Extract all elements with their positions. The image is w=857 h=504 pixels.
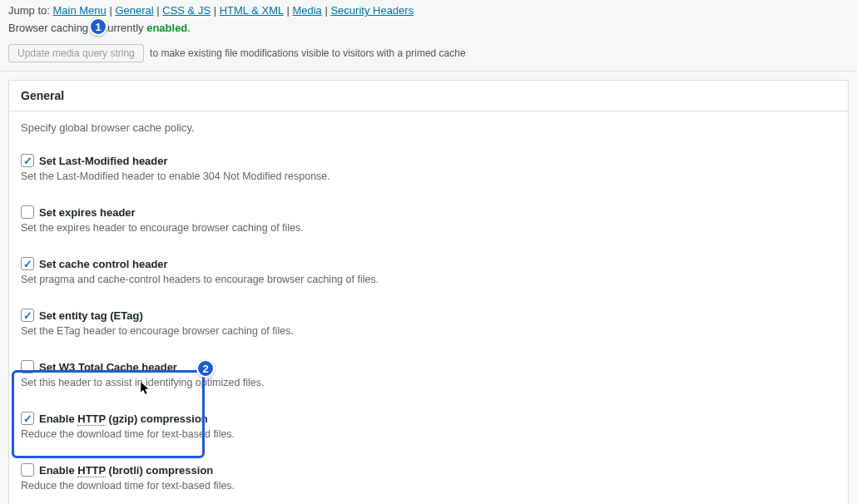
checkbox-etag[interactable] [21,309,34,322]
opt-desc: Set this header to assist in identifying… [21,377,836,388]
nav-general[interactable]: General [115,4,153,17]
opt-desc: Set the Last-Modified header to enable 3… [21,170,836,182]
nav-media[interactable]: Media [292,4,321,17]
update-media-query-button[interactable]: Update media query string [8,44,144,62]
opt-label: Set entity tag (ETag) [39,309,143,322]
opt-expires: Set expires header Set the expires heade… [21,205,836,234]
checkbox-cache-control[interactable] [21,257,34,270]
status-line: Browser caching is currently enabled. [0,18,857,39]
nav-security[interactable]: Security Headers [330,4,414,17]
opt-desc: Set pragma and cache-control headers to … [21,274,836,285]
checkbox-last-modified[interactable] [21,154,34,167]
opt-gzip: Enable HTTP (gzip) compression Reduce th… [21,412,836,440]
nav-css-js[interactable]: CSS & JS [162,4,211,17]
opt-label: Enable HTTP (brotli) compression [39,464,213,477]
opt-cache-control: Set cache control header Set pragma and … [21,257,836,285]
status-badge: enabled [146,22,187,34]
opt-w3tc-header: Set W3 Total Cache header Set this heade… [21,360,836,388]
opt-label: Set cache control header [39,258,168,270]
action-desc: to make existing file modifications visi… [150,47,466,59]
general-section: General Specify global browser cache pol… [8,80,849,504]
opt-label: Enable HTTP (gzip) compression [39,413,208,425]
opt-brotli: Enable HTTP (brotli) compression Reduce … [21,463,836,492]
opt-label: Set expires header [39,206,136,219]
opt-desc: Reduce the download time for text-based … [21,428,836,440]
opt-last-modified: Set Last-Modified header Set the Last-Mo… [21,154,836,182]
nav-main-menu[interactable]: Main Menu [52,4,106,17]
opt-desc: Set the ETag header to encourage browser… [21,325,836,337]
checkbox-brotli[interactable] [21,463,34,477]
jump-prefix: Jump to: [8,4,52,17]
opt-desc: Set the expires header to encourage brow… [21,222,836,234]
action-row: Update media query string to make existi… [0,39,857,72]
opt-desc: Reduce the download time for text-based … [21,480,836,492]
nav-html-xml[interactable]: HTML & XML [220,4,284,17]
checkbox-w3tc-header[interactable] [21,360,34,373]
checkbox-expires[interactable] [21,205,34,219]
opt-label: Set W3 Total Cache header [39,361,177,373]
checkbox-gzip[interactable] [21,412,34,425]
opt-label: Set Last-Modified header [39,155,168,167]
section-desc: Specify global browser cache policy. [21,121,836,134]
jump-nav: Jump to: Main Menu | General | CSS & JS … [0,0,857,18]
section-title: General [9,81,848,111]
opt-etag: Set entity tag (ETag) Set the ETag heade… [21,309,836,337]
